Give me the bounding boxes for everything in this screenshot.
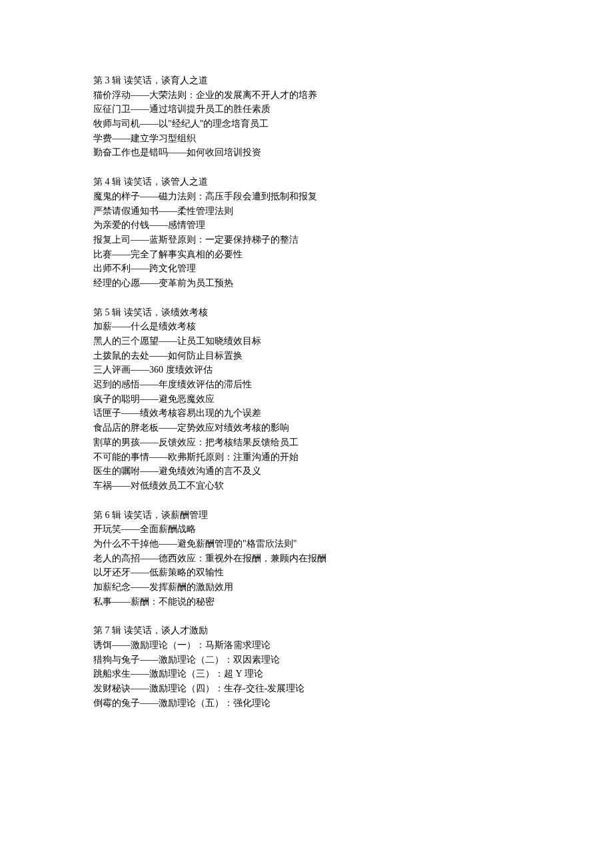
toc-item: 老人的高招——德西效应：重视外在报酬，兼顾内在报酬 (93, 551, 520, 566)
toc-item: 诱饵——激励理论（一）：马斯洛需求理论 (93, 638, 520, 653)
content-container: 第 3 辑 读笑话，谈育人之道猫价浮动——大荣法则：企业的发展离不开人才的培养应… (93, 73, 520, 711)
toc-item: 魔鬼的样子——磁力法则：高压手段会遭到抵制和报复 (93, 189, 520, 204)
section-title: 第 5 辑 读笑话，谈绩效考核 (93, 305, 520, 320)
toc-item: 私事——薪酬：不能说的秘密 (93, 595, 520, 609)
toc-item: 应征门卫——通过培训提升员工的胜任素质 (93, 102, 520, 117)
toc-item: 迟到的感悟——年度绩效评估的滞后性 (93, 377, 520, 392)
toc-item: 不可能的事情——欧弗斯托原则：注重沟通的开始 (93, 450, 520, 465)
toc-item: 医生的嘱咐——避免绩效沟通的言不及义 (93, 464, 520, 479)
toc-item: 以牙还牙——低薪策略的双输性 (93, 565, 520, 580)
toc-item: 发财秘诀——激励理论（四）：生存-交往-发展理论 (93, 681, 520, 696)
toc-item: 牧师与司机——以"经纪人"的理念培育员工 (93, 117, 520, 131)
toc-item: 黑人的三个愿望——让员工知晓绩效目标 (93, 334, 520, 349)
section: 第 4 辑 读笑话，谈管人之道魔鬼的样子——磁力法则：高压手段会遭到抵制和报复严… (93, 175, 520, 291)
toc-item: 严禁请假通知书——柔性管理法则 (93, 204, 520, 219)
toc-item: 比赛——完全了解事实真相的必要性 (93, 247, 520, 262)
section-title: 第 4 辑 读笑话，谈管人之道 (93, 175, 520, 189)
toc-item: 报复上司——蓝斯登原则：一定要保持梯子的整洁 (93, 233, 520, 247)
toc-item: 食品店的胖老板——定势效应对绩效考核的影响 (93, 421, 520, 435)
toc-item: 经理的心愿——变革前为员工预热 (93, 276, 520, 291)
section-title: 第 3 辑 读笑话，谈育人之道 (93, 73, 520, 88)
toc-item: 话匣子——绩效考核容易出现的九个误差 (93, 406, 520, 421)
toc-item: 学费——建立学习型组织 (93, 131, 520, 146)
toc-item: 猎狗与兔子——激励理论（二）：双因素理论 (93, 653, 520, 667)
toc-item: 为什么不干掉他——避免薪酬管理的"格雷欣法则" (93, 537, 520, 551)
toc-item: 土拨鼠的去处——如何防止目标置换 (93, 349, 520, 363)
section: 第 5 辑 读笑话，谈绩效考核加薪——什么是绩效考核黑人的三个愿望——让员工知晓… (93, 305, 520, 493)
section: 第 3 辑 读笑话，谈育人之道猫价浮动——大荣法则：企业的发展离不开人才的培养应… (93, 73, 520, 160)
toc-item: 疯子的聪明——避免恶魔效应 (93, 392, 520, 407)
section-title: 第 6 辑 读笑话，谈薪酬管理 (93, 508, 520, 523)
document-page: 第 3 辑 读笑话，谈育人之道猫价浮动——大荣法则：企业的发展离不开人才的培养应… (0, 0, 613, 765)
toc-item: 跳船求生——激励理论（三）：超 Y 理论 (93, 667, 520, 681)
section: 第 7 辑 读笑话，谈人才激励诱饵——激励理论（一）：马斯洛需求理论猎狗与兔子—… (93, 623, 520, 710)
toc-item: 三人评画——360 度绩效评估 (93, 363, 520, 377)
toc-item: 割草的男孩——反馈效应：把考核结果反馈给员工 (93, 435, 520, 450)
section-title: 第 7 辑 读笑话，谈人才激励 (93, 623, 520, 638)
toc-item: 出师不利——跨文化管理 (93, 261, 520, 276)
toc-item: 猫价浮动——大荣法则：企业的发展离不开人才的培养 (93, 88, 520, 103)
toc-item: 加薪——什么是绩效考核 (93, 319, 520, 334)
toc-item: 倒霉的兔子——激励理论（五）：强化理论 (93, 696, 520, 711)
toc-item: 为亲爱的付钱——感情管理 (93, 218, 520, 233)
section: 第 6 辑 读笑话，谈薪酬管理开玩笑——全面薪酬战略为什么不干掉他——避免薪酬管… (93, 508, 520, 609)
toc-item: 加薪纪念——发挥薪酬的激励效用 (93, 580, 520, 595)
toc-item: 车祸——对低绩效员工不宜心软 (93, 479, 520, 493)
toc-item: 开玩笑——全面薪酬战略 (93, 522, 520, 537)
toc-item: 勤奋工作也是错吗——如何收回培训投资 (93, 145, 520, 160)
